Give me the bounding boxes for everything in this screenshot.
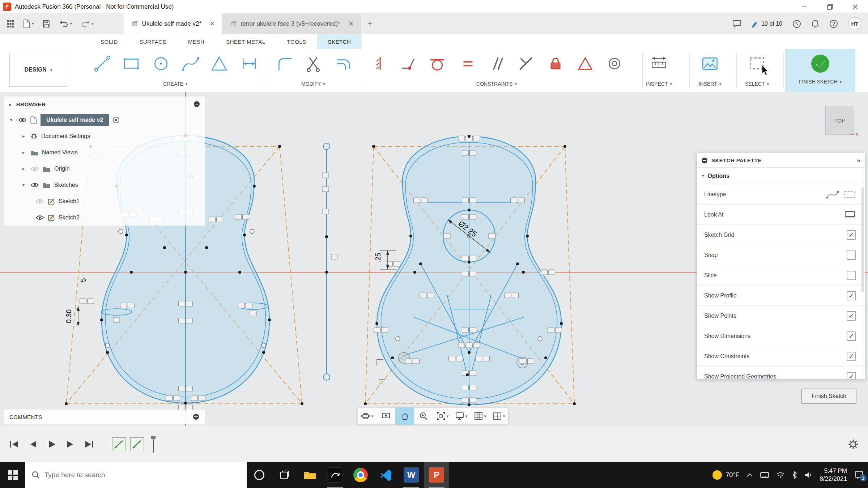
volume-icon[interactable] [804, 471, 812, 479]
browser-row-origin[interactable]: ▸ Origin [4, 160, 205, 177]
select-group-label[interactable]: SELECT▾ [745, 81, 769, 87]
chrome-icon[interactable] [348, 462, 373, 488]
tab-close-icon[interactable]: ✕ [209, 20, 215, 28]
finish-sketch-action-button[interactable]: Finish Sketch [801, 389, 856, 404]
search-input[interactable] [44, 471, 240, 479]
fusion-360-taskbar-icon[interactable] [323, 462, 348, 488]
vscode-icon[interactable] [373, 462, 399, 488]
show-projected-geometries-checkbox[interactable]: ✓ [847, 372, 856, 380]
tab-close-icon[interactable]: ✕ [348, 20, 354, 28]
zoom-tool[interactable] [414, 407, 433, 425]
sketch-palette-header[interactable]: SKETCH PALETTE » [697, 153, 865, 168]
midpoint-constraint-icon[interactable] [575, 53, 595, 74]
browser-row-sketch1[interactable]: Sketch1 [4, 193, 205, 209]
browser-row-named-views[interactable]: ▸ Named Views [4, 144, 205, 160]
browser-row-root[interactable]: ▾ Ukulele self made v2 [4, 112, 205, 128]
fix-constraint-icon[interactable] [545, 53, 566, 74]
job-status[interactable]: 10 of 10 [751, 20, 782, 27]
timeline-sketch1-feature[interactable] [112, 437, 126, 451]
visibility-eye-icon-hidden[interactable] [30, 166, 39, 172]
tab-surface[interactable]: SURFACE [129, 34, 177, 49]
expander-icon[interactable]: ▸ [20, 166, 27, 171]
undo-icon[interactable]: ▾ [59, 20, 72, 28]
fillet-tool-icon[interactable] [275, 53, 295, 74]
offset-tool-icon[interactable] [333, 53, 353, 74]
tab-mesh[interactable]: MESH [177, 34, 215, 49]
finish-sketch-button[interactable]: FINISH SKETCH▾ [785, 49, 855, 92]
slice-checkbox[interactable] [847, 271, 856, 280]
visibility-eye-icon[interactable] [35, 215, 44, 221]
new-tab-button[interactable]: + [361, 13, 378, 34]
concentric-constraint-icon[interactable] [604, 53, 625, 74]
tray-overflow-chevron-icon[interactable] [746, 473, 753, 477]
snap-checkbox[interactable] [847, 251, 856, 260]
expander-icon[interactable]: ▸ [20, 150, 27, 155]
app-grid-menu-icon[interactable] [7, 20, 14, 28]
browser-row-sketch2[interactable]: Sketch2 [4, 209, 205, 226]
step-forward-button[interactable] [63, 437, 78, 452]
comments-panel[interactable]: COMMENTS [4, 410, 205, 424]
create-group-label[interactable]: CREATE▾ [163, 81, 187, 87]
linetype-construction-icon[interactable] [844, 190, 856, 199]
taskbar-clock[interactable]: 5:47 PM 8/22/2021 [820, 467, 847, 483]
browser-row-sketches[interactable]: ▾ Sketches [4, 177, 205, 193]
model-canvas[interactable]: Ø2.25.250.3055 « BROWSER ▾ Ukulele self … [0, 92, 868, 426]
play-button[interactable] [44, 437, 59, 452]
timeline-playhead[interactable] [150, 436, 156, 453]
close-button[interactable] [843, 0, 868, 13]
coincident-constraint-icon[interactable] [398, 53, 418, 74]
trim-tool-icon[interactable] [303, 53, 323, 74]
viewports-tool[interactable]: ▾ [489, 407, 508, 425]
linetype-spline-icon[interactable] [826, 190, 839, 199]
skip-to-start-button[interactable] [7, 437, 22, 452]
action-center-icon[interactable]: 1 [854, 471, 864, 479]
cortana-icon[interactable] [247, 462, 272, 488]
powerpoint-icon[interactable]: P [424, 462, 449, 488]
show-dimensions-checkbox[interactable]: ✓ [847, 331, 856, 341]
document-tab-active[interactable]: Ukulele self made v2* ✕ [124, 13, 223, 34]
help-icon[interactable]: ? [829, 20, 838, 28]
file-explorer-icon[interactable] [297, 462, 323, 488]
tab-sheet-metal[interactable]: SHEET METAL [215, 34, 276, 49]
equal-constraint-icon[interactable] [458, 53, 478, 74]
add-comment-icon[interactable] [192, 413, 200, 420]
rectangle-tool-icon[interactable] [121, 53, 141, 74]
expander-icon[interactable]: ▾ [20, 182, 27, 188]
notifications-bell-icon[interactable] [811, 20, 819, 28]
tab-solid[interactable]: SOLID [90, 34, 129, 49]
viewcube[interactable]: TOP [825, 106, 854, 135]
tangent-constraint-icon[interactable] [427, 53, 447, 74]
orbit-tool[interactable]: ▾ [358, 407, 376, 425]
grid-settings-tool[interactable]: ▾ [471, 407, 489, 425]
show-points-checkbox[interactable]: ✓ [847, 311, 856, 321]
tab-sketch[interactable]: SKETCH [317, 34, 362, 49]
palette-scrollbar[interactable] [861, 187, 864, 292]
clock-icon[interactable] [792, 20, 801, 28]
show-profile-checkbox[interactable]: ✓ [847, 291, 856, 300]
modify-group-label[interactable]: MODIFY▾ [301, 81, 325, 87]
visibility-eye-icon[interactable] [30, 182, 39, 188]
redo-icon[interactable]: ▾ [81, 20, 94, 28]
file-menu-icon[interactable]: ▾ [23, 20, 34, 28]
minimize-button[interactable] [792, 0, 817, 13]
visibility-eye-icon[interactable] [18, 117, 27, 123]
browser-row-document-settings[interactable]: ▸ Document Settings [4, 128, 205, 144]
line-tool-icon[interactable] [92, 53, 112, 74]
display-settings-tool[interactable]: ▾ [452, 407, 471, 425]
root-document-label[interactable]: Ukulele self made v2 [41, 114, 109, 126]
collapse-panel-icon[interactable]: « [9, 101, 12, 107]
touch-keyboard-icon[interactable] [760, 472, 769, 478]
sketch-grid-checkbox[interactable]: ✓ [847, 230, 856, 240]
wifi-icon[interactable] [776, 472, 785, 478]
visibility-eye-icon-hidden[interactable] [35, 198, 44, 204]
activate-radio-icon[interactable] [112, 116, 120, 124]
circle-tool-icon[interactable] [151, 53, 171, 74]
bluetooth-icon[interactable] [792, 471, 797, 479]
word-icon[interactable]: W [399, 462, 424, 488]
avatar[interactable]: HT [848, 17, 861, 30]
weather-widget[interactable]: 70°F [712, 470, 739, 480]
skip-to-end-button[interactable] [82, 437, 97, 452]
circle-minus-icon[interactable] [193, 100, 200, 108]
expander-icon[interactable]: ▾ [8, 117, 14, 123]
expander-icon[interactable]: ▸ [20, 133, 27, 139]
